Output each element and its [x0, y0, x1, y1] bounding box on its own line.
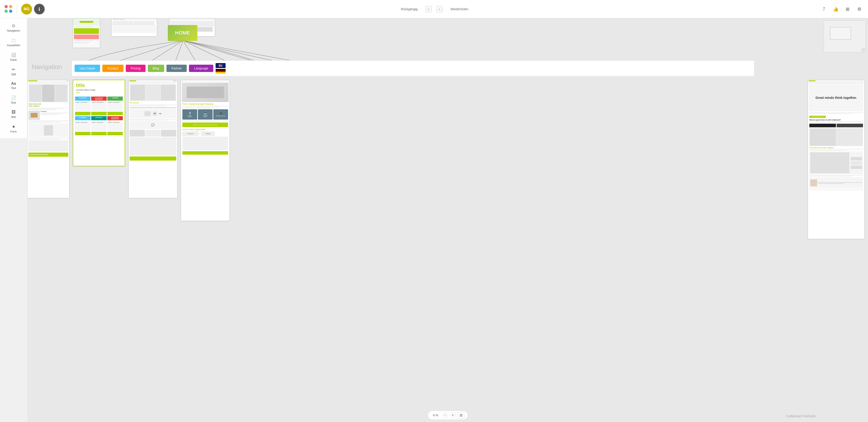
nav-language[interactable]: Language — [189, 65, 213, 72]
navigate-icon: ⊙ — [12, 23, 15, 28]
page-subtitle-label: General video/ image — [76, 89, 122, 91]
page-title-label: title — [76, 82, 122, 88]
logo-dot-1 — [4, 5, 8, 8]
logo-divider — [17, 3, 17, 15]
doc-label: Dok — [11, 101, 16, 104]
navigation-label: Navigation — [32, 63, 62, 71]
fit-screen-button[interactable]: ⊡ — [458, 412, 464, 418]
sidebar-item-doc[interactable]: 📄 Dok — [0, 92, 27, 107]
right-page-thumb: Great minds think together. Try Collaboa… — [808, 80, 865, 239]
nav-use-cases[interactable]: Use Cases — [74, 65, 100, 72]
top-bar: MG ℹ Rückgängig ‹ › Wiederholen ⤴ 👍 ⊞ ⚙ — [0, 0, 868, 18]
sidebar-item-text[interactable]: Aa Text — [0, 79, 27, 92]
grid-icon[interactable]: ⊞ — [843, 5, 851, 13]
canvas[interactable]: HOME Navigation Use Cases Product Pricin… — [27, 18, 868, 422]
info-button[interactable]: ℹ — [34, 4, 45, 15]
sidebar-item-navigate[interactable]: ⊙ Navigieren — [0, 21, 27, 35]
sidebar-item-image[interactable]: 🖼 Bild — [0, 107, 27, 121]
flag-de[interactable] — [216, 69, 225, 74]
redo-label: Wiederholen — [451, 7, 468, 11]
undo-label: Rückgängig — [401, 7, 418, 11]
bottom-watermark: Collaboard Website — [786, 414, 816, 418]
left-page-thumb: Great ideas workbetter together Creativi… — [27, 80, 69, 198]
page-cta-label: CTA — [76, 91, 122, 94]
pen-icon: ✏ — [12, 67, 15, 72]
right-heading: Great minds think together. — [815, 96, 857, 100]
right-cta: Try Collaboard for free — [809, 116, 826, 118]
logo-dot-2 — [9, 5, 12, 8]
nav-product[interactable]: Product — [102, 65, 123, 72]
share-icon[interactable]: ⤴ — [820, 5, 828, 13]
top-thumb-2 — [112, 18, 157, 36]
logo-dot-3 — [4, 9, 8, 13]
sidebar-item-form[interactable]: ★ Form — [0, 121, 27, 136]
text-label: Text — [11, 87, 16, 90]
navigate-label: Navigieren — [7, 29, 20, 32]
right-ideas: Great ideas work better together. — [809, 147, 863, 148]
partner-text-2: Partners dfsgf s geggf g fpdgs — [182, 129, 228, 131]
image-icon: 🖼 — [11, 110, 16, 115]
navigation-bar: Use Cases Product Pricing Blog Partner L… — [72, 60, 754, 76]
back-arrow[interactable]: ‹ — [426, 6, 432, 12]
sidebar-item-select[interactable]: ⬚ Auswählen — [0, 35, 27, 50]
zoom-in-button[interactable]: + — [450, 413, 456, 418]
nav-blog[interactable]: Blog — [148, 65, 164, 72]
settings-icon[interactable]: ⚙ — [855, 5, 864, 13]
select-label: Auswählen — [7, 44, 20, 47]
like-icon[interactable]: 👍 — [832, 5, 840, 13]
app-logo — [4, 5, 13, 13]
zoom-bar: 6 % − + ⊡ — [428, 411, 468, 420]
right-question: What do great minds do with Collaboard? — [809, 119, 863, 121]
title-text-label: title title title — [130, 102, 176, 104]
minimap — [824, 21, 866, 52]
select-icon: ⬚ — [11, 38, 16, 43]
home-node[interactable]: HOME — [168, 25, 197, 41]
schools-univ-label: Schools University — [216, 115, 225, 117]
sidebar-item-map[interactable]: ⬜ Karte — [0, 50, 27, 64]
undo-button[interactable]: Rückgängig — [398, 6, 421, 12]
image-label: Bild — [11, 115, 16, 119]
zoom-level: 6 % — [431, 414, 440, 417]
redo-button[interactable]: Wiederholen — [447, 6, 472, 12]
pen-label: Stift — [11, 73, 16, 76]
text-icon: Aa — [11, 82, 16, 86]
partner-text-1: Partners fdgfdgndting fdgphf fdffghgfhgt — [182, 103, 228, 105]
sidebar-item-pen[interactable]: ✏ Stift — [0, 64, 27, 79]
forward-arrow[interactable]: › — [436, 6, 443, 12]
form-icon: ★ — [12, 124, 16, 129]
logo-area: MG ℹ — [0, 3, 49, 15]
top-thumb-1 — [73, 18, 100, 48]
left-sidebar: ⊙ Navigieren ⬚ Auswählen ⬜ Karte ✏ Stift… — [0, 18, 27, 138]
toolbar-right: ⤴ 👍 ⊞ ⚙ — [820, 5, 868, 13]
zoom-out-button[interactable]: − — [442, 413, 448, 418]
toolbar-center: Rückgängig ‹ › Wiederholen — [49, 6, 820, 12]
flag-uk[interactable]: 🇬🇧 — [216, 63, 225, 68]
map-icon: ⬜ — [11, 52, 16, 57]
logo-dot-4 — [9, 9, 12, 13]
user-avatar[interactable]: MG — [21, 4, 32, 15]
nav-partner[interactable]: Partner — [166, 65, 187, 72]
nav-pricing[interactable]: Pricing — [126, 65, 146, 72]
map-label: Karte — [10, 58, 17, 61]
form-label: Form — [10, 130, 17, 133]
center-page-1: title General video/ image CTA PLANNING … — [73, 80, 125, 166]
doc-icon: 📄 — [11, 95, 16, 100]
center-page-2: title title title ✏ Aa 💬 — [128, 80, 177, 198]
center-page-3: Partners fdgfdgndting fdgphf fdffghgfhgt… — [181, 80, 230, 221]
